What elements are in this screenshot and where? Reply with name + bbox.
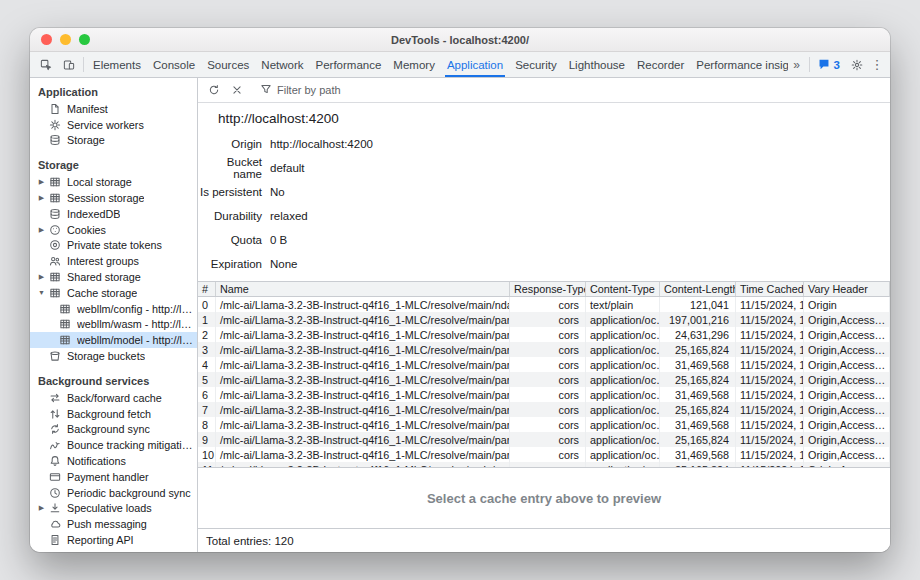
meta-label: Durability (198, 210, 262, 222)
tab-performance[interactable]: Performance (310, 52, 388, 77)
cell-content-type: application/oc… (586, 372, 660, 387)
sidebar-item-background-fetch[interactable]: Background fetch (30, 406, 197, 422)
sidebar-item-storage[interactable]: Storage (30, 133, 197, 149)
cell-vary-header: Origin,Access… (804, 372, 890, 387)
tab-elements[interactable]: Elements (87, 52, 147, 77)
cell-content-length: 25,165,824 (660, 372, 736, 387)
tab-label: Performance insights (696, 59, 787, 71)
device-toolbar-icon[interactable] (57, 52, 80, 77)
sidebar-item-notifications[interactable]: Notifications (30, 453, 197, 469)
column-header-time-cached[interactable]: Time Cached (736, 282, 804, 296)
devtools-content: ApplicationManifestService workersStorag… (30, 78, 890, 552)
cache-entry-row[interactable]: 7/mlc-ai/Llama-3.2-3B-Instruct-q4f16_1-M… (198, 402, 890, 417)
column-header-name[interactable]: Name (216, 282, 510, 296)
sidebar-item-push-messaging[interactable]: Push messaging (30, 516, 197, 532)
minimize-window-button[interactable] (60, 34, 71, 45)
settings-gear-icon[interactable] (845, 52, 868, 77)
expand-arrow-icon[interactable]: ▶ (36, 504, 47, 512)
sidebar-item-bounce-tracking-mitigations[interactable]: Bounce tracking mitigations (30, 437, 197, 453)
column-header-response-type[interactable]: Response-Type (510, 282, 586, 296)
tab-application[interactable]: Application (441, 52, 509, 77)
cell-vary-header: Origin (804, 297, 890, 312)
cell-content-length: 24,631,296 (660, 327, 736, 342)
cell-content-type: application/oc… (586, 402, 660, 417)
tab-recorder[interactable]: Recorder (631, 52, 690, 77)
tab-performance-insights[interactable]: Performance insights (690, 52, 787, 77)
zoom-window-button[interactable] (79, 34, 90, 45)
tab-lighthouse[interactable]: Lighthouse (563, 52, 631, 77)
cache-entry-row[interactable]: 4/mlc-ai/Llama-3.2-3B-Instruct-q4f16_1-M… (198, 357, 890, 372)
sidebar-item-cache-storage[interactable]: ▼Cache storage (30, 285, 197, 301)
cell-index: 0 (198, 297, 216, 312)
cache-entry-row[interactable]: 10/mlc-ai/Llama-3.2-3B-Instruct-q4f16_1-… (198, 447, 890, 462)
cell-response-type: cors (510, 417, 586, 432)
cell-time-cached: 11/15/2024, 10… (736, 387, 804, 402)
sidebar-item-reporting-api[interactable]: Reporting API (30, 532, 197, 548)
sidebar-item-webllm-config-http-loc[interactable]: webllm/config - http://loc… (30, 301, 197, 317)
tab-security[interactable]: Security (509, 52, 563, 77)
sidebar-item-manifest[interactable]: Manifest (30, 101, 197, 117)
cell-vary-header: Origin,Access… (804, 417, 890, 432)
cell-content-length: 31,469,568 (660, 387, 736, 402)
sidebar-item-periodic-background-sync[interactable]: Periodic background sync (30, 485, 197, 501)
cache-entry-row[interactable]: 2/mlc-ai/Llama-3.2-3B-Instruct-q4f16_1-M… (198, 327, 890, 342)
sidebar-item-label: Cookies (67, 224, 106, 236)
cell-time-cached: 11/15/2024, 10… (736, 342, 804, 357)
sidebar-item-speculative-loads[interactable]: ▶Speculative loads (30, 501, 197, 517)
sidebar-item-storage-buckets[interactable]: Storage buckets (30, 348, 197, 364)
column-header-vary-header[interactable]: Vary Header (804, 282, 890, 296)
sidebar-item-service-workers[interactable]: Service workers (30, 117, 197, 133)
cell-response-type: cors (510, 402, 586, 417)
close-window-button[interactable] (41, 34, 52, 45)
cell-vary-header: Origin,Access… (804, 387, 890, 402)
sidebar-item-label: Reporting API (67, 534, 134, 546)
sidebar-item-label: Payment handler (67, 471, 149, 483)
sidebar-item-background-sync[interactable]: Background sync (30, 422, 197, 438)
tab-console[interactable]: Console (147, 52, 201, 77)
card-icon (47, 470, 62, 483)
cache-entry-row[interactable]: 8/mlc-ai/Llama-3.2-3B-Instruct-q4f16_1-M… (198, 417, 890, 432)
toolbar-divider (809, 57, 810, 72)
expand-arrow-icon[interactable]: ▶ (36, 178, 47, 186)
inspect-icon[interactable] (34, 52, 57, 77)
cache-entry-row[interactable]: 6/mlc-ai/Llama-3.2-3B-Instruct-q4f16_1-M… (198, 387, 890, 402)
cache-entry-row[interactable]: 0/mlc-ai/Llama-3.2-3B-Instruct-q4f16_1-M… (198, 297, 890, 312)
cell-content-length: 25,165,824 (660, 402, 736, 417)
column-header-index[interactable]: # (198, 282, 216, 296)
sidebar-item-private-state-tokens[interactable]: Private state tokens (30, 238, 197, 254)
cache-entry-row[interactable]: 1/mlc-ai/Llama-3.2-3B-Instruct-q4f16_1-M… (198, 312, 890, 327)
sidebar-item-interest-groups[interactable]: Interest groups (30, 253, 197, 269)
collapse-arrow-icon[interactable]: ▼ (36, 289, 47, 296)
sidebar-item-shared-storage[interactable]: ▶Shared storage (30, 269, 197, 285)
filter-by-path-input[interactable] (277, 84, 437, 96)
sidebar-item-session-storage[interactable]: ▶Session storage (30, 190, 197, 206)
sidebar-item-label: Periodic background sync (67, 487, 191, 499)
cell-content-type: application/oc… (586, 447, 660, 462)
sidebar-item-payment-handler[interactable]: Payment handler (30, 469, 197, 485)
cell-response-type: cors (510, 447, 586, 462)
tab-memory[interactable]: Memory (387, 52, 441, 77)
tab-sources[interactable]: Sources (201, 52, 255, 77)
sidebar-item-back-forward-cache[interactable]: Back/forward cache (30, 390, 197, 406)
sidebar-item-webllm-wasm-http-loca[interactable]: webllm/wasm - http://loca… (30, 317, 197, 333)
expand-arrow-icon[interactable]: ▶ (36, 273, 47, 281)
expand-arrow-icon[interactable]: ▶ (36, 194, 47, 202)
tab-network[interactable]: Network (255, 52, 309, 77)
delete-icon[interactable] (225, 84, 248, 96)
more-options-icon[interactable]: ⋮ (868, 52, 886, 77)
sidebar-item-cookies[interactable]: ▶Cookies (30, 222, 197, 238)
more-tabs-button[interactable]: » (788, 52, 806, 77)
column-header-content-length[interactable]: Content-Length (660, 282, 736, 296)
sidebar-item-webllm-model-http-loc[interactable]: webllm/model - http://loc… (30, 332, 197, 348)
sync-icon (47, 423, 62, 436)
cache-entry-row[interactable]: 5/mlc-ai/Llama-3.2-3B-Instruct-q4f16_1-M… (198, 372, 890, 387)
cache-entry-row[interactable]: 9/mlc-ai/Llama-3.2-3B-Instruct-q4f16_1-M… (198, 432, 890, 447)
issues-button[interactable]: 3 (813, 52, 845, 77)
table-header: #NameResponse-TypeContent-TypeContent-Le… (198, 281, 890, 297)
refresh-icon[interactable] (202, 84, 225, 96)
column-header-content-type[interactable]: Content-Type (586, 282, 660, 296)
sidebar-item-indexeddb[interactable]: IndexedDB (30, 206, 197, 222)
cache-entry-row[interactable]: 3/mlc-ai/Llama-3.2-3B-Instruct-q4f16_1-M… (198, 342, 890, 357)
sidebar-item-local-storage[interactable]: ▶Local storage (30, 174, 197, 190)
expand-arrow-icon[interactable]: ▶ (36, 226, 47, 234)
